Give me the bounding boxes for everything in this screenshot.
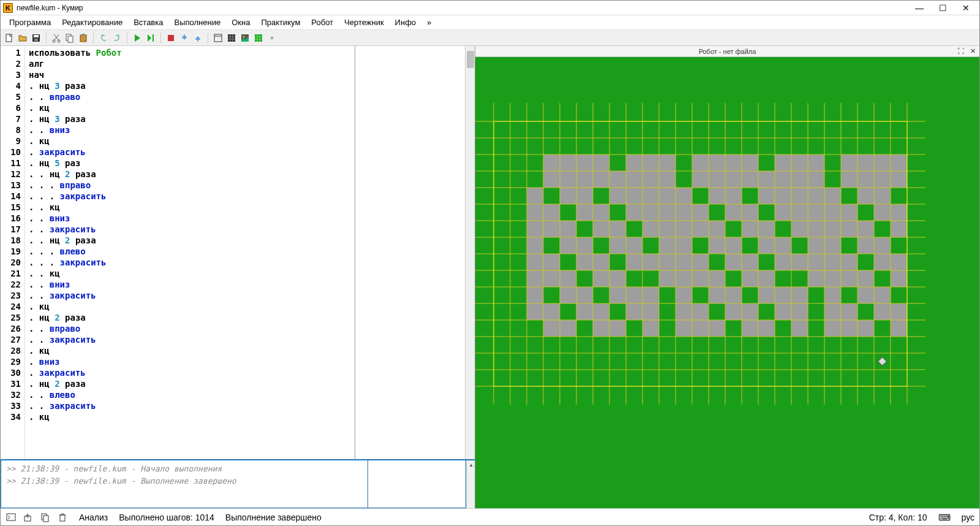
status-lang[interactable]: рус — [962, 513, 974, 522]
minimize-button[interactable]: — — [913, 3, 925, 13]
app-icon: K — [3, 3, 13, 13]
svg-rect-0 — [6, 34, 12, 42]
svg-rect-149 — [676, 270, 692, 287]
stop-icon[interactable] — [165, 32, 177, 44]
status-export-icon[interactable] — [23, 512, 34, 523]
maximize-button[interactable]: ☐ — [937, 3, 949, 13]
svg-rect-162 — [609, 287, 626, 303]
svg-rect-180 — [676, 303, 692, 320]
status-copy-icon[interactable] — [40, 512, 51, 523]
svg-rect-65 — [709, 188, 725, 204]
svg-rect-250 — [7, 514, 15, 520]
svg-rect-51 — [791, 171, 808, 188]
grid-green-icon[interactable] — [252, 32, 265, 44]
svg-rect-164 — [643, 287, 659, 303]
new-file-icon[interactable] — [3, 32, 15, 44]
undo-icon[interactable] — [97, 32, 110, 44]
svg-rect-45 — [692, 171, 709, 188]
svg-rect-136 — [775, 254, 791, 270]
menu-редактирование[interactable]: Редактирование — [57, 17, 127, 28]
menu-»[interactable]: » — [422, 17, 436, 28]
status-terminal-icon[interactable] — [6, 512, 17, 523]
menu-окна[interactable]: Окна — [227, 17, 255, 28]
svg-rect-64 — [676, 188, 692, 204]
svg-rect-121 — [808, 237, 824, 254]
svg-rect-92 — [527, 221, 543, 237]
menu-робот[interactable]: Робот — [306, 17, 338, 28]
svg-rect-49 — [758, 171, 775, 188]
svg-rect-90 — [874, 204, 891, 221]
svg-rect-161 — [576, 287, 593, 303]
svg-rect-197 — [709, 320, 725, 337]
svg-rect-253 — [43, 516, 48, 522]
svg-rect-168 — [758, 287, 775, 303]
status-bar: Анализ Выполнено шагов: 1014 Выполнение … — [1, 508, 979, 525]
redo-icon[interactable] — [111, 32, 123, 44]
menu-выполнение[interactable]: Выполнение — [169, 17, 225, 28]
cut-icon[interactable] — [50, 32, 62, 44]
svg-rect-173 — [874, 287, 891, 303]
svg-rect-83 — [725, 204, 742, 221]
copy-icon[interactable] — [64, 32, 76, 44]
svg-rect-52 — [808, 171, 824, 188]
menu-программа[interactable]: Программа — [4, 17, 56, 28]
svg-rect-187 — [841, 303, 858, 320]
status-analysis: Анализ — [79, 513, 108, 522]
robot-maximize-icon[interactable]: ⛶ — [956, 47, 965, 55]
svg-rect-96 — [609, 221, 626, 237]
code-editor[interactable]: 1234567891011121314151617181920212223242… — [1, 46, 475, 459]
robot-grid — [475, 57, 978, 508]
svg-rect-188 — [874, 303, 891, 320]
paste-icon[interactable] — [77, 32, 89, 44]
editor-right-panel — [355, 46, 465, 459]
svg-rect-159 — [527, 287, 543, 303]
svg-rect-23 — [626, 154, 643, 171]
svg-rect-132 — [676, 254, 692, 270]
menu-вставка[interactable]: Вставка — [129, 17, 168, 28]
close-button[interactable]: ✕ — [960, 3, 972, 13]
menu-инфо[interactable]: Инфо — [390, 17, 421, 28]
svg-rect-199 — [758, 320, 775, 337]
console-scrollbar[interactable]: ▴ — [466, 460, 475, 508]
svg-rect-190 — [543, 320, 560, 337]
svg-rect-144 — [543, 270, 560, 287]
editor-scrollbar[interactable] — [465, 46, 475, 459]
robot-field[interactable] — [475, 57, 979, 508]
code-content[interactable]: использовать Роботалгнач. нц 3 раза. . в… — [25, 46, 355, 459]
svg-rect-30 — [775, 154, 791, 171]
run-icon[interactable] — [131, 32, 143, 44]
run-step-icon[interactable] — [145, 32, 157, 44]
svg-rect-54 — [858, 171, 874, 188]
step-out-icon[interactable] — [192, 32, 204, 44]
svg-rect-176 — [576, 303, 593, 320]
status-delete-icon[interactable] — [57, 512, 68, 523]
svg-rect-22 — [593, 154, 609, 171]
svg-rect-192 — [593, 320, 609, 337]
window-icon[interactable] — [212, 32, 224, 44]
svg-rect-139 — [824, 254, 841, 270]
open-file-icon[interactable] — [17, 32, 29, 44]
svg-rect-100 — [692, 221, 709, 237]
svg-rect-60 — [609, 188, 626, 204]
save-file-icon[interactable] — [30, 32, 42, 44]
svg-rect-97 — [643, 221, 659, 237]
svg-rect-198 — [742, 320, 758, 337]
menu-практикум[interactable]: Практикум — [256, 17, 305, 28]
status-steps: Выполнено шагов: 1014 — [119, 513, 214, 522]
svg-rect-142 — [891, 254, 907, 270]
menu-чертежник[interactable]: Чертежник — [339, 17, 389, 28]
robot-close-icon[interactable]: ✕ — [968, 47, 977, 55]
svg-rect-58 — [560, 188, 576, 204]
image-icon[interactable] — [239, 32, 251, 44]
svg-rect-123 — [858, 237, 874, 254]
step-into-icon[interactable] — [178, 32, 190, 44]
svg-rect-10 — [153, 34, 154, 42]
grid-dark-icon[interactable] — [225, 32, 238, 44]
toolbar-overflow-icon[interactable]: » — [266, 32, 278, 44]
svg-rect-148 — [659, 270, 676, 287]
svg-rect-184 — [775, 303, 791, 320]
svg-rect-43 — [643, 171, 659, 188]
svg-rect-113 — [609, 237, 626, 254]
svg-rect-9 — [82, 34, 85, 36]
svg-rect-36 — [891, 154, 907, 171]
